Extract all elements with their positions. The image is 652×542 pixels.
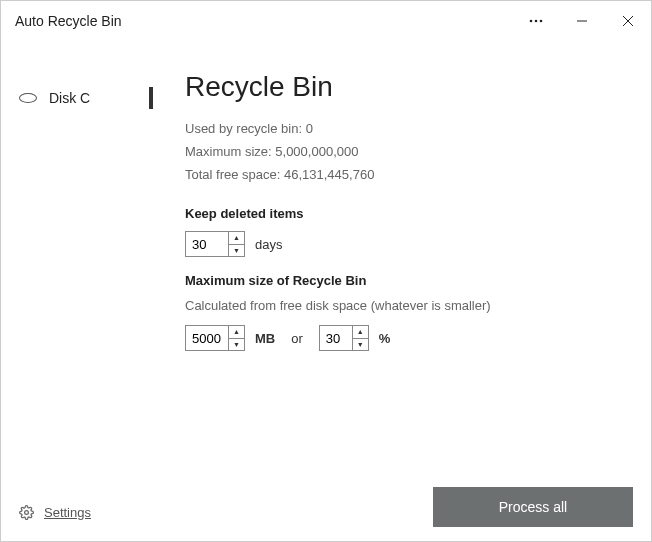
or-label: or [291, 331, 303, 346]
max-pct-spinner[interactable]: ▲ ▼ [319, 325, 369, 351]
spinner-up-icon[interactable]: ▲ [229, 326, 244, 339]
keep-days-input[interactable] [186, 232, 228, 256]
spinner-down-icon[interactable]: ▼ [353, 339, 368, 351]
svg-point-1 [535, 20, 538, 23]
keep-title: Keep deleted items [185, 206, 633, 221]
keep-row: ▲ ▼ days [185, 231, 633, 257]
process-all-button[interactable]: Process all [433, 487, 633, 527]
window-title: Auto Recycle Bin [15, 13, 513, 29]
more-button[interactable] [513, 1, 559, 41]
sidebar: Disk C Settings [1, 41, 153, 542]
maxsize-row: ▲ ▼ MB or ▲ ▼ % [185, 325, 633, 351]
stat-max: Maximum size: 5,000,000,000 [185, 144, 633, 159]
disk-icon [19, 93, 37, 103]
window-controls [513, 1, 651, 41]
page-title: Recycle Bin [185, 71, 633, 103]
max-pct-input[interactable] [320, 326, 352, 350]
spinner-up-icon[interactable]: ▲ [229, 232, 244, 245]
svg-point-6 [25, 510, 29, 514]
keep-days-unit: days [255, 237, 282, 252]
main-panel: Recycle Bin Used by recycle bin: 0 Maxim… [153, 41, 651, 542]
stat-free: Total free space: 46,131,445,760 [185, 167, 633, 182]
svg-point-2 [540, 20, 543, 23]
stat-used: Used by recycle bin: 0 [185, 121, 633, 136]
maxsize-title: Maximum size of Recycle Bin [185, 273, 633, 288]
close-button[interactable] [605, 1, 651, 41]
spinner-up-icon[interactable]: ▲ [353, 326, 368, 339]
max-mb-input[interactable] [186, 326, 228, 350]
maxsize-note: Calculated from free disk space (whateve… [185, 298, 633, 313]
titlebar: Auto Recycle Bin [1, 1, 651, 41]
keep-days-spinner[interactable]: ▲ ▼ [185, 231, 245, 257]
content: Disk C Settings Recycle Bin Used by recy… [1, 41, 651, 542]
spinner-down-icon[interactable]: ▼ [229, 245, 244, 257]
max-mb-spinner[interactable]: ▲ ▼ [185, 325, 245, 351]
svg-point-0 [530, 20, 533, 23]
minimize-button[interactable] [559, 1, 605, 41]
gear-icon [19, 505, 34, 520]
max-mb-unit: MB [255, 331, 275, 346]
spinner-down-icon[interactable]: ▼ [229, 339, 244, 351]
sidebar-item-disk-c[interactable]: Disk C [1, 81, 153, 115]
settings-link[interactable]: Settings [1, 497, 153, 527]
settings-label: Settings [44, 505, 91, 520]
sidebar-item-label: Disk C [49, 90, 90, 106]
max-pct-unit: % [379, 331, 391, 346]
